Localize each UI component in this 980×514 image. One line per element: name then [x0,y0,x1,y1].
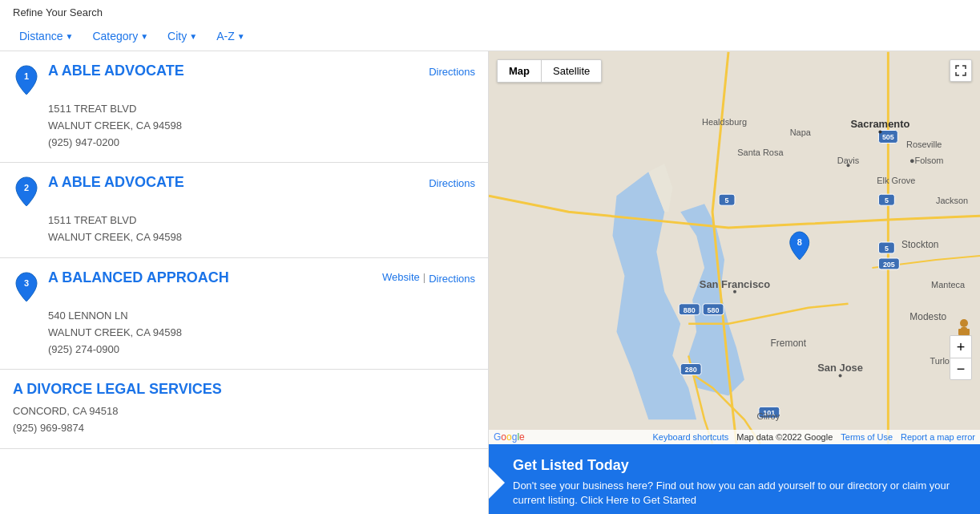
map-footer-links: Keyboard shortcuts Map data ©2022 Google… [652,432,975,442]
refine-search-label: Refine Your Search [0,0,980,22]
svg-point-42 [839,374,842,377]
svg-text:Sacramento: Sacramento [850,118,909,130]
map-tabs: Map Satellite [497,59,602,83]
category-filter[interactable]: Category ▼ [86,26,155,46]
svg-text:5: 5 [885,196,889,204]
svg-text:Stockton: Stockton [901,239,939,250]
listing-address-2: 1511 TREAT BLVD WALNUT CREEK, CA 94598 [13,212,475,246]
svg-point-45 [960,319,968,327]
zoom-controls: + − [950,335,972,380]
svg-rect-50 [966,329,970,335]
map-footer: Google Keyboard shortcuts Map data ©2022… [489,430,980,444]
listing-title-row-4: A DIVORCE LEGAL SERVICES [13,381,222,399]
listing-title-row-2: 2 A ABLE ADVOCATE [13,174,184,208]
map-svg: 505 5 5 880 580 205 5 280 101 Sacramen [489,51,980,444]
listing-header-2: 2 A ABLE ADVOCATE Directions [13,174,475,208]
main-layout: 1 A ABLE ADVOCATE Directions 1511 TREAT … [0,51,980,514]
svg-text:3: 3 [24,278,29,288]
directions-link-2[interactable]: Directions [429,177,475,189]
get-listed-banner: Get Listed Today Don't see your business… [489,444,980,514]
svg-text:Santa Rosa: Santa Rosa [737,148,784,157]
listing-title-row-1: 1 A ABLE ADVOCATE [13,63,184,96]
svg-point-24 [878,130,881,133]
svg-text:Manteca: Manteca [931,280,966,289]
listing-header-3: 3 A BALANCED APPROACH Website | Directio… [13,269,475,303]
map-tab-satellite[interactable]: Satellite [542,60,601,82]
city-filter[interactable]: City ▼ [161,26,204,46]
listing-address-1: 1511 TREAT BLVD WALNUT CREEK, CA 94598 (… [13,101,475,151]
svg-text:Napa: Napa [790,127,812,137]
listings-panel: 1 A ABLE ADVOCATE Directions 1511 TREAT … [0,51,489,514]
listing-name-2[interactable]: A ABLE ADVOCATE [48,174,184,192]
svg-point-28 [847,164,850,167]
svg-rect-49 [958,329,962,335]
listing-links-3: Website | Directions [382,269,475,285]
svg-text:San Francisco: San Francisco [700,278,771,290]
svg-text:Jackson: Jackson [936,196,968,205]
svg-text:Healdsburg: Healdsburg [702,117,747,127]
svg-text:5: 5 [725,196,729,204]
pipe-separator: | [423,271,425,283]
svg-text:●Folsom: ●Folsom [909,156,944,165]
listing-name-4[interactable]: A DIVORCE LEGAL SERVICES [13,381,222,399]
svg-text:Modesto: Modesto [909,311,946,322]
svg-point-39 [733,290,736,293]
listing-header-1: 1 A ABLE ADVOCATE Directions [13,63,475,96]
svg-text:5: 5 [885,245,889,253]
distance-arrow-icon: ▼ [65,32,73,41]
listing-address-4: CONCORD, CA 94518 (925) 969-9874 [13,403,475,437]
svg-text:Fremont: Fremont [771,338,807,349]
listing-card-2: 2 A ABLE ADVOCATE Directions 1511 TREAT … [0,163,488,258]
banner-text: Don't see your business here? Find out h… [513,479,964,508]
svg-text:1: 1 [24,71,29,81]
az-filter[interactable]: A-Z ▼ [210,26,251,46]
directions-link-3[interactable]: Directions [429,273,475,285]
svg-text:8: 8 [797,237,802,247]
listing-title-row-3: 3 A BALANCED APPROACH [13,269,229,303]
listing-name-1[interactable]: A ABLE ADVOCATE [48,63,184,80]
map-pin-1: 1 [13,64,40,96]
svg-text:580: 580 [708,306,720,314]
filter-bar: Distance ▼ Category ▼ City ▼ A-Z ▼ [0,22,980,51]
map-container: 505 5 5 880 580 205 5 280 101 Sacramen [489,51,980,444]
listing-card-3: 3 A BALANCED APPROACH Website | Directio… [0,258,488,370]
city-arrow-icon: ▼ [189,32,197,41]
svg-text:280: 280 [685,366,697,374]
map-pin-3: 3 [13,271,40,303]
svg-text:880: 880 [684,306,696,314]
listing-card-4: A DIVORCE LEGAL SERVICES CONCORD, CA 945… [0,370,488,448]
svg-text:505: 505 [882,133,894,141]
svg-text:Elk Grove: Elk Grove [877,176,915,185]
category-arrow-icon: ▼ [140,32,148,41]
right-panel: 505 5 5 880 580 205 5 280 101 Sacramen [489,51,980,514]
map-tab-map[interactable]: Map [498,60,542,82]
svg-text:205: 205 [883,261,895,269]
zoom-out-button[interactable]: − [950,358,972,380]
google-logo: Google [494,431,525,443]
svg-text:Roseville: Roseville [906,140,942,149]
fullscreen-button[interactable] [950,59,972,82]
banner-arrow-icon [489,467,505,499]
svg-text:2: 2 [24,183,29,192]
listing-card-1: 1 A ABLE ADVOCATE Directions 1511 TREAT … [0,51,488,163]
map-pin-2: 2 [13,176,40,208]
distance-filter[interactable]: Distance ▼ [13,26,79,46]
directions-link-1[interactable]: Directions [429,66,475,78]
svg-text:San Jose: San Jose [817,362,863,374]
listing-address-3: 540 LENNON LN WALNUT CREEK, CA 94598 (92… [13,308,475,358]
listing-name-3[interactable]: A BALANCED APPROACH [48,269,229,287]
listing-header-4: A DIVORCE LEGAL SERVICES [13,381,475,399]
zoom-in-button[interactable]: + [950,335,972,358]
website-link-3[interactable]: Website [382,271,420,283]
az-arrow-icon: ▼ [237,32,245,41]
banner-title: Get Listed Today [513,457,964,474]
svg-text:Gilroy: Gilroy [757,411,780,421]
